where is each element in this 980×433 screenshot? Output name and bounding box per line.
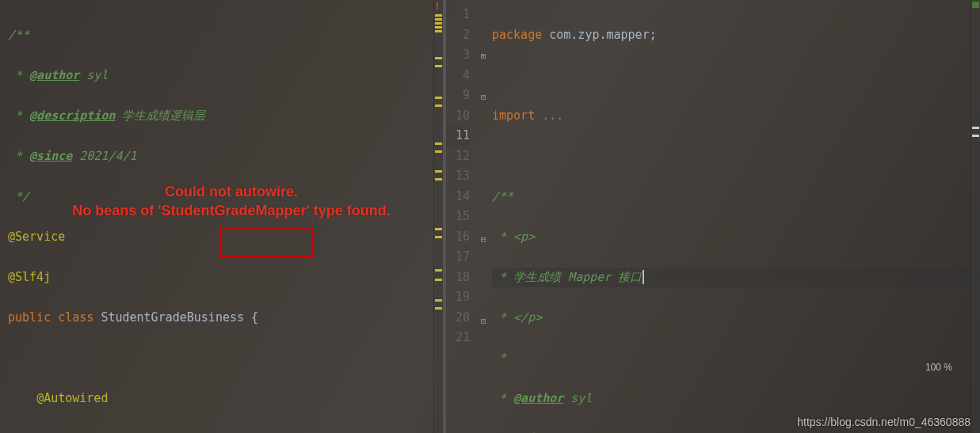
current-line: * 学生成绩 Mapper 接口 (492, 268, 980, 288)
editor-split-view: /** * @author syl * @description 学生成绩逻辑层… (0, 0, 980, 433)
error-indicator-icon[interactable]: ! (433, 2, 441, 11)
doc-since-tag: @since (29, 149, 72, 163)
class-name: StudentGradeBusiness (101, 310, 251, 325)
service-annotation: @Service (8, 230, 65, 244)
right-code[interactable]: package com.zyp.mapper; import ... /** *… (446, 0, 980, 433)
text-cursor (643, 270, 644, 284)
fold-icon[interactable]: ⊟ (479, 311, 488, 332)
left-code[interactable]: /** * @author syl * @description 学生成绩逻辑层… (0, 0, 443, 433)
slf4j-annotation: @Slf4j (8, 270, 51, 284)
fold-icon[interactable]: ⊟ (479, 87, 488, 108)
fold-column[interactable]: ⊞ ⊟ ⊟ ⊟ (478, 0, 489, 331)
left-editor-pane[interactable]: /** * @author syl * @description 学生成绩逻辑层… (0, 0, 444, 433)
line-numbers: 1 2 3 4 9 10 11 12 13 14 15 16 17 18 19 … (446, 0, 478, 348)
zoom-indicator: 100 % (925, 362, 952, 373)
right-gutter[interactable] (970, 0, 980, 433)
left-gutter[interactable]: ! (433, 0, 443, 433)
import-folded[interactable]: ... (542, 108, 563, 123)
autowired-annotation-error: @Autowired (36, 391, 108, 406)
package-name: com.zyp.mapper (549, 28, 649, 42)
doc-description-tag: @description (29, 108, 115, 123)
fold-icon[interactable]: ⊞ (479, 46, 488, 66)
right-editor-pane[interactable]: 1 2 3 4 9 10 11 12 13 14 15 16 17 18 19 … (446, 0, 980, 433)
fold-icon[interactable]: ⊟ (479, 230, 488, 250)
doc-start: /** (8, 28, 29, 42)
doc-author-tag: @author (513, 391, 563, 405)
doc-author-tag: @author (29, 68, 79, 82)
